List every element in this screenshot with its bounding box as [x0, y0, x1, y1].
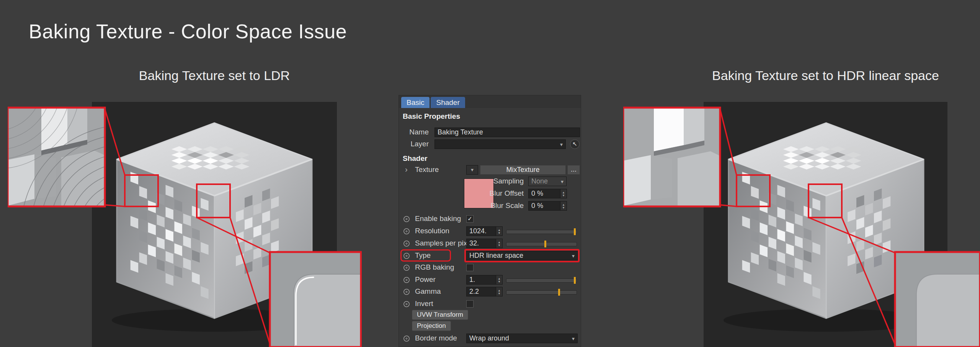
name-input[interactable]: Baking Texture [434, 128, 580, 137]
stepper-arrows[interactable]: ▴ ▾ [496, 287, 503, 296]
sampling-label: Sampling [470, 177, 524, 185]
border-mode-dropdown[interactable]: Wrap around ▾ [466, 334, 578, 343]
enable-baking-row: Enable baking ✓ [399, 213, 581, 225]
border-mode-label: Border mode [415, 334, 457, 342]
layer-row: Layer ▾ ↖ [399, 139, 581, 150]
spinner-down-icon[interactable]: ▾ [498, 244, 500, 247]
animation-dot-icon[interactable] [403, 277, 410, 283]
texture-label: Texture [415, 165, 439, 174]
zoom-inset-clean-blocks [623, 102, 720, 206]
border-mode-value: Wrap around [469, 334, 509, 342]
enable-baking-checkbox[interactable]: ✓ [466, 215, 474, 223]
animation-dot-icon[interactable] [403, 253, 410, 259]
slider-marker[interactable] [544, 241, 546, 247]
samples-input[interactable]: 32. [466, 239, 496, 248]
texture-type-dropdown[interactable]: ▾ [466, 165, 478, 175]
blur-scale-input[interactable]: 0 % [528, 201, 560, 211]
resolution-input[interactable]: 1024. [466, 226, 496, 236]
power-slider[interactable] [506, 278, 577, 283]
mixtexture-button[interactable]: MixTexture [480, 165, 566, 175]
hdr-render-scene [623, 102, 980, 347]
chevron-down-icon: ▾ [572, 253, 575, 259]
chevron-down-icon: ▾ [572, 336, 575, 342]
layer-dropdown[interactable]: ▾ [434, 139, 566, 149]
blur-scale-row: Blur Scale 0 % ▴ ▾ [399, 200, 581, 212]
power-row: Power 1. ▴ ▾ [399, 274, 581, 286]
basic-properties-header: Basic Properties [403, 112, 460, 121]
type-dropdown[interactable]: HDR linear space ▾ [466, 251, 578, 260]
sampling-value: None [531, 177, 548, 185]
power-label: Power [415, 275, 436, 284]
uvw-transform-button[interactable]: UVW Transform [412, 310, 468, 320]
spinner-down-icon[interactable]: ▾ [498, 280, 500, 283]
animation-dot-icon[interactable] [403, 336, 410, 342]
chevron-down-icon: ▾ [560, 141, 563, 147]
chevron-down-icon: ▾ [471, 167, 474, 173]
projection-row: Projection [399, 321, 581, 332]
resolution-spinner: 1024. ▴ ▾ [466, 226, 503, 236]
slider-marker[interactable] [574, 228, 576, 235]
spinner-down-icon[interactable]: ▾ [563, 206, 565, 209]
animation-dot-icon[interactable] [403, 301, 410, 307]
ldr-caption: Baking Texture set to LDR [92, 68, 337, 83]
stepper-arrows[interactable]: ▴ ▾ [560, 189, 567, 198]
invert-row: Invert [399, 298, 581, 310]
type-row: Type HDR linear space ▾ [399, 250, 581, 262]
spinner-down-icon[interactable]: ▾ [498, 231, 500, 234]
power-spinner: 1. ▴ ▾ [466, 275, 503, 285]
name-label: Name [399, 128, 429, 136]
texture-row: › Texture ▾ MixTexture ... [399, 164, 581, 176]
resolution-slider[interactable] [506, 230, 577, 234]
name-row: Name Baking Texture [399, 127, 581, 138]
slider-marker[interactable] [574, 277, 576, 284]
hdr-caption: Baking Texture set to HDR linear space [704, 68, 947, 83]
blur-scale-label: Blur Scale [470, 201, 524, 210]
blur-offset-label: Blur Offset [470, 189, 524, 198]
zoom-inset-corner-seam [270, 252, 361, 347]
shader-header: Shader [403, 154, 427, 163]
animation-dot-icon[interactable] [403, 228, 410, 234]
attribute-manager-panel: Basic Shader Basic Properties Name Bakin… [399, 95, 581, 347]
type-dropdown-value: HDR linear space [469, 252, 523, 260]
animation-dot-icon[interactable] [403, 241, 410, 247]
enable-baking-label: Enable baking [415, 214, 461, 223]
animation-dot-icon[interactable] [403, 216, 410, 222]
animation-dot-icon[interactable] [403, 265, 410, 271]
projection-button[interactable]: Projection [412, 321, 451, 331]
ldr-render-scene [8, 102, 362, 347]
uvw-transform-row: UVW Transform [399, 310, 581, 321]
samples-label: Samples per pixel [415, 239, 473, 247]
samples-per-pixel-row: Samples per pixel 32. ▴ ▾ [399, 238, 581, 249]
sampling-dropdown[interactable]: None ▾ [528, 177, 567, 186]
expand-chevron-icon[interactable]: › [405, 165, 408, 174]
gamma-slider[interactable] [506, 290, 577, 295]
spinner-down-icon[interactable]: ▾ [563, 194, 565, 197]
animation-dot-icon[interactable] [403, 289, 410, 295]
gamma-input[interactable]: 2.2 [466, 287, 496, 296]
resolution-label: Resolution [415, 227, 449, 235]
invert-checkbox[interactable] [466, 300, 474, 308]
border-mode-row: Border mode Wrap around ▾ [399, 333, 581, 344]
stepper-arrows[interactable]: ▴ ▾ [496, 226, 503, 236]
texture-browse-button[interactable]: ... [567, 165, 580, 175]
blur-offset-spinner: 0 % ▴ ▾ [528, 189, 567, 198]
resolution-row: Resolution 1024. ▴ ▾ [399, 226, 581, 237]
blur-offset-row: Blur Offset 0 % ▴ ▾ [399, 188, 581, 200]
tab-shader[interactable]: Shader [431, 97, 465, 108]
pick-arrow-icon: ↖ [572, 141, 577, 147]
blur-offset-input[interactable]: 0 % [528, 189, 560, 198]
stepper-arrows[interactable]: ▴ ▾ [496, 239, 503, 248]
panel-tab-bar: Basic Shader [399, 95, 581, 108]
rgb-baking-label: RGB baking [415, 263, 454, 272]
power-input[interactable]: 1. [466, 275, 496, 285]
slider-marker[interactable] [558, 289, 560, 296]
chevron-down-icon: ▾ [561, 178, 564, 185]
stepper-arrows[interactable]: ▴ ▾ [560, 201, 567, 211]
samples-slider[interactable] [506, 242, 577, 246]
tab-basic[interactable]: Basic [401, 97, 430, 108]
rgb-baking-checkbox[interactable] [466, 264, 474, 271]
rgb-baking-row: RGB baking [399, 262, 581, 273]
layer-pick-button[interactable]: ↖ [570, 139, 580, 149]
stepper-arrows[interactable]: ▴ ▾ [496, 275, 503, 285]
spinner-down-icon[interactable]: ▾ [498, 292, 500, 295]
